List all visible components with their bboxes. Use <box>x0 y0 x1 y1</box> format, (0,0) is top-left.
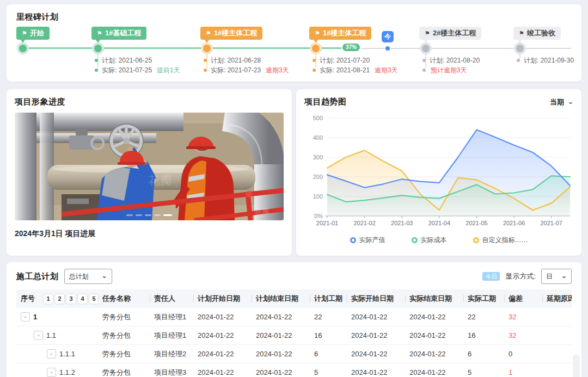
milestone-label: 2#楼主体工程 <box>433 27 476 40</box>
detail-text: 计划: 2021-06-28 <box>211 56 261 65</box>
carousel-dot[interactable] <box>126 214 133 216</box>
detail-bullet-icon <box>313 69 316 72</box>
row-id: 1 <box>33 313 37 321</box>
cell-act_start: 2024-01-22 <box>347 326 405 345</box>
cell-task: 劳务分包 <box>98 326 150 345</box>
cell-owner: 项目经理3 <box>150 363 193 377</box>
legend-item[interactable]: 实际产值 <box>350 236 385 245</box>
milestone-badge: ⚑竣工验收 <box>513 27 561 40</box>
cell-plan_start: 2024-01-22 <box>193 326 252 345</box>
detail-text: 实际: 2021-08-21 <box>320 66 370 75</box>
cell-act_end: 2024-01-22 <box>405 363 463 377</box>
cell-dev: 32 <box>504 326 542 345</box>
column-header: 实际开始日期 <box>347 289 405 308</box>
row-expand-toggle[interactable]: ⌄ <box>47 368 56 377</box>
row-id: 1.1 <box>46 331 56 339</box>
cell-plan_end: 2024-01-22 <box>252 345 310 363</box>
milestone-label: 1#楼主体工程 <box>323 27 366 40</box>
y-axis-tick-label: 500 <box>313 115 323 121</box>
milestone-plan-card: 里程碑计划 ⚑开始⚑1#基础工程计划: 2021-06-25实际: 2021-0… <box>7 4 581 82</box>
cell-plan_dur: 22 <box>310 308 347 326</box>
cell-task: 劳务分包 <box>98 345 150 363</box>
x-axis-tick-label: 2021-03 <box>391 220 413 226</box>
carousel-dot[interactable] <box>145 214 151 216</box>
legend-marker-icon <box>473 237 479 243</box>
today-chip[interactable]: 今日 <box>482 272 500 281</box>
legend-item[interactable]: 实际成本 <box>412 236 447 245</box>
chevron-down-icon: ⌄ <box>101 273 107 279</box>
plan-type-select[interactable]: 总计划 ⌄ <box>64 269 112 284</box>
detail-bullet-icon <box>313 59 316 62</box>
milestone-badge: ⚑开始 <box>16 27 50 40</box>
trend-chart: 5004003002001000%2021-012021-022021-0320… <box>304 107 573 233</box>
cell-act_start: 2024-01-22 <box>347 308 405 326</box>
period-select[interactable]: 当期 ⌄ <box>550 97 573 107</box>
detail-status-text: 预计逾期3天 <box>431 66 467 75</box>
photo-caption: 2024年3月1日 项目进展 <box>15 229 284 239</box>
cell-act_start: 2024-01-22 <box>347 345 405 363</box>
y-axis-tick-label: 300 <box>313 154 323 160</box>
cell-act_dur: 16 <box>463 326 504 345</box>
photo-watermark: 花瓣 <box>148 174 172 187</box>
legend-label: 自定义指标…… <box>482 236 528 245</box>
cell-act_end: 2024-01-22 <box>405 326 463 345</box>
milestone-details: 计划: 2021-09-30 <box>517 55 574 65</box>
detail-bullet-icon <box>95 59 98 62</box>
carousel-dot[interactable] <box>163 214 172 216</box>
display-mode-select[interactable]: 日 ⌄ <box>541 269 572 284</box>
x-axis-tick-label: 2021-04 <box>428 220 450 226</box>
carousel-dot[interactable] <box>154 214 161 216</box>
chart-card-title: 项目趋势图 <box>304 97 347 107</box>
flag-icon: ⚑ <box>425 30 430 36</box>
column-header: 责任人 <box>150 289 193 308</box>
row-expand-toggle[interactable]: ⌄ <box>21 312 30 322</box>
row-expand-toggle[interactable]: ⌄ <box>47 349 56 359</box>
level-button-4[interactable]: 4 <box>78 294 87 304</box>
milestone-dot <box>516 45 524 52</box>
detail-bullet-icon <box>517 59 520 62</box>
milestone-detail-line: 实际: 2021-08-21逾期3天 <box>313 65 398 75</box>
today-marker-dot <box>385 46 390 51</box>
row-expand-toggle[interactable]: ⌄ <box>34 331 43 340</box>
legend-item[interactable]: 自定义指标…… <box>473 236 528 245</box>
level-button-2[interactable]: 2 <box>55 294 64 304</box>
detail-bullet-icon <box>95 69 98 72</box>
cell-reason <box>542 363 572 377</box>
detail-status-text: 提前1天 <box>157 66 180 75</box>
photo-carousel[interactable]: 花瓣 花瓣 <box>15 113 284 220</box>
today-marker-badge: 今 <box>382 31 394 42</box>
cell-owner: 项目经理1 <box>150 326 193 345</box>
plan-table: 序号12345任务名称责任人计划开始日期计划结束日期计划工期实际开始日期实际结束… <box>16 289 572 377</box>
milestone-badge: ⚑1#楼主体工程 <box>200 27 262 40</box>
milestone-dot <box>19 45 27 52</box>
level-button-5[interactable]: 5 <box>89 294 98 304</box>
level-button-3[interactable]: 3 <box>66 294 76 304</box>
cell-plan_start: 2024-01-22 <box>193 308 252 326</box>
milestone-detail-line: 实际: 2021-07-25提前1天 <box>95 65 180 75</box>
column-header: 实际工期 <box>463 289 504 308</box>
table-row: ⌄1.1劳务分包项目经理12024-01-222024-01-22162024-… <box>16 326 572 345</box>
cell-plan_start: 2024-01-22 <box>193 345 252 363</box>
cell-reason <box>542 308 572 326</box>
cell-dev: 0 <box>504 345 542 363</box>
legend-marker-icon <box>412 237 418 243</box>
column-header: 任务名称 <box>98 289 150 308</box>
flag-icon: ⚑ <box>22 30 27 36</box>
milestone-details: 计划: 2021-07-20实际: 2021-08-21逾期3天 <box>313 55 398 75</box>
milestone-details: 计划: 2021-08-20预计逾期3天 <box>422 55 480 75</box>
cell-act_dur: 5 <box>463 363 504 377</box>
cell-owner: 项目经理2 <box>150 345 193 363</box>
x-axis-tick-label: 2021-02 <box>353 220 375 226</box>
table-row: ⌄1.1.2劳务分包项目经理32024-01-222024-01-2252024… <box>16 363 572 377</box>
table-card-title: 施工总计划 <box>16 271 59 282</box>
carousel-dot[interactable] <box>136 214 142 216</box>
trend-chart-card: 项目趋势图 当期 ⌄ 5004003002001000%2021-012021-… <box>296 89 581 256</box>
level-buttons: 12345 <box>44 294 98 304</box>
flag-icon: ⚑ <box>315 30 320 36</box>
level-button-1[interactable]: 1 <box>44 294 53 304</box>
cell-plan_dur: 5 <box>310 363 347 377</box>
detail-bullet-icon <box>422 59 426 62</box>
table-scrollbar[interactable] <box>573 355 580 377</box>
milestone-detail-line: 计划: 2021-06-28 <box>204 55 289 65</box>
x-axis-tick-label: 2021-05 <box>465 220 487 226</box>
